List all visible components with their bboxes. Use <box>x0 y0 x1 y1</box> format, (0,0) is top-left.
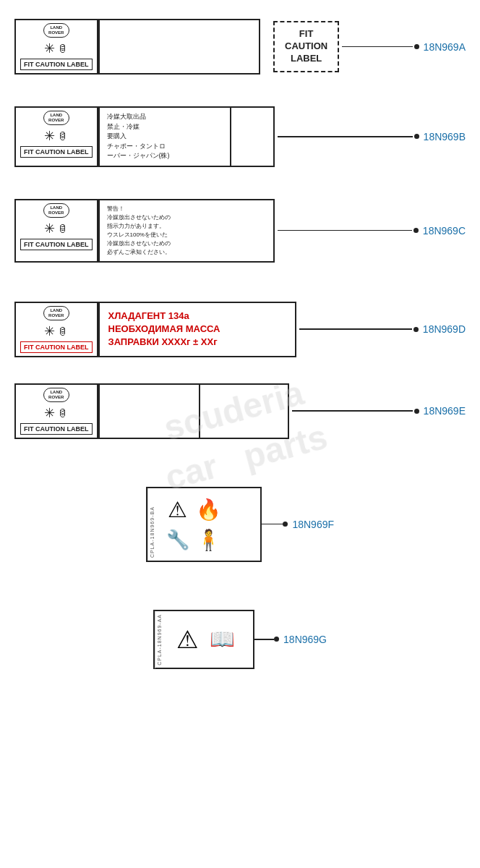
empty-section-b <box>230 108 273 166</box>
part-number-18N969C: 18N969C <box>423 225 466 237</box>
content-empty-a <box>98 20 260 73</box>
page-container: LANDROVER ✳ 🛢 FIT CAUTION LABEL FITCAUTI… <box>0 0 480 689</box>
oilcan-icon-c: 🛢 <box>58 223 68 234</box>
snowflake-icon-e: ✳ <box>44 405 55 421</box>
warning-icon-f: ⚠ <box>165 497 190 522</box>
lr-logo-section-d: LANDROVER ✳ 🛢 FIT CAUTION LABEL <box>16 303 98 356</box>
oilcan-icon-b: 🛢 <box>58 130 68 142</box>
fit-caution-d-red: FIT CAUTION LABEL <box>20 341 93 353</box>
label-18N969G: CPLA-18N969-AA ⚠ 📖 <box>153 610 254 670</box>
cpla-text-f: CPLA-18N969-BA <box>147 488 156 561</box>
content-empty-e1 <box>98 385 199 438</box>
content-russian: ХЛАДАГЕНТ 134аНЕОБХОДИМАЯ МАССАЗАПРАВКИ … <box>98 303 296 356</box>
part-number-18N969B: 18N969B <box>424 131 466 142</box>
arrow-line-b <box>278 136 413 137</box>
arrow-line-f <box>262 524 283 525</box>
land-rover-logo: LANDROVER <box>43 23 69 38</box>
arrow-dot-g <box>274 637 279 642</box>
arrow-line-g <box>254 639 274 640</box>
land-rover-logo-e: LANDROVER <box>43 388 69 402</box>
lr-logo-section-c: LANDROVER ✳ 🛢 FIT CAUTION LABEL <box>16 200 98 261</box>
arrow-section-d: 18N969D <box>299 323 466 335</box>
russian-text-d: ХЛАДАГЕНТ 134аНЕОБХОДИМАЯ МАССАЗАПРАВКИ … <box>106 307 290 352</box>
lr-logo-section: LANDROVER ✳ 🛢 FIT CAUTION LABEL <box>16 20 98 73</box>
label-row-18N969A: LANDROVER ✳ 🛢 FIT CAUTION LABEL FITCAUTI… <box>0 13 480 80</box>
arrow-section-f: 18N969F <box>262 519 334 530</box>
content-japanese2: 警告！冷媒放出させないための指示力力があります。ウスレス100%を使いた冷媒放出… <box>98 200 274 261</box>
label-18N969B: LANDROVER ✳ 🛢 FIT CAUTION LABEL 冷媒大取出品禁止… <box>14 106 275 167</box>
label-row-18N969C: LANDROVER ✳ 🛢 FIT CAUTION LABEL 警告！冷媒放出さ… <box>0 193 480 268</box>
book-icon-g: 📖 <box>210 627 235 651</box>
content-empty-e2 <box>200 385 288 438</box>
oilcan-icon: 🛢 <box>58 43 68 54</box>
cpla-text-g: CPLA-18N969-AA <box>155 611 163 668</box>
fit-caution-e: FIT CAUTION LABEL <box>20 423 93 435</box>
snowflake-icon-c: ✳ <box>44 221 55 237</box>
content-japanese1: 冷媒大取出品禁止・冷媒要購入チャポー・タントローバー・ジャパン(株) <box>98 108 231 166</box>
snowflake-icon: ✳ <box>44 41 55 56</box>
label-row-18N969E: LANDROVER ✳ 🛢 FIT CAUTION LABEL 18N969E <box>0 378 480 445</box>
lr-logo-section-e: LANDROVER ✳ 🛢 FIT CAUTION LABEL <box>16 385 98 438</box>
oilcan-icon-d: 🛢 <box>58 326 68 337</box>
land-rover-logo-b: LANDROVER <box>43 111 69 125</box>
label-f-wrapper: CPLA-18N969-BA ⚠ 🔥 🔧 🧍 18N969F <box>146 487 334 562</box>
fire-icon-f: 🔥 <box>196 497 221 522</box>
person-icon-f: 🧍 <box>196 528 221 552</box>
safety-icons-grid-f: ⚠ 🔥 🔧 🧍 <box>156 488 230 561</box>
dashed-box-a: FITCAUTIONLABEL <box>273 21 339 72</box>
safety-icons-row-g: ⚠ 📖 <box>163 611 248 668</box>
japanese-text-c: 警告！冷媒放出させないための指示力力があります。ウスレス100%を使いた冷媒放出… <box>107 205 267 257</box>
arrow-dot-e <box>414 409 419 414</box>
arrow-dot <box>414 44 419 49</box>
fit-caution-dashed: FITCAUTIONLABEL <box>273 21 339 72</box>
label-18N969F: CPLA-18N969-BA ⚠ 🔥 🔧 🧍 <box>146 487 262 562</box>
arrow-line-d <box>299 328 412 330</box>
label-g-wrapper: CPLA-18N969-AA ⚠ 📖 18N969G <box>153 610 327 670</box>
snowflake-icon-d: ✳ <box>44 323 55 339</box>
icons-row: ✳ 🛢 <box>44 41 68 56</box>
arrow-dot-c <box>413 228 419 233</box>
arrow-line-c <box>278 230 412 231</box>
fit-caution-label: FIT CAUTION LABEL <box>20 59 93 70</box>
label-row-18N969D: LANDROVER ✳ 🛢 FIT CAUTION LABEL ХЛАДАГЕН… <box>0 296 480 363</box>
arrow-line <box>342 46 412 48</box>
land-rover-logo-d: LANDROVER <box>43 306 69 320</box>
arrow-section-b: 18N969B <box>278 131 466 142</box>
label-row-18N969F: CPLA-18N969-BA ⚠ 🔥 🔧 🧍 18N969F <box>0 481 480 568</box>
label-row-18N969B: LANDROVER ✳ 🛢 FIT CAUTION LABEL 冷媒大取出品禁止… <box>0 101 480 173</box>
part-number-18N969F: 18N969F <box>292 519 334 530</box>
warning-icon-g: ⚠ <box>176 625 198 654</box>
land-rover-logo-c: LANDROVER <box>43 203 69 218</box>
lr-logo-section-b: LANDROVER ✳ 🛢 FIT CAUTION LABEL <box>16 108 98 166</box>
part-number-18N969G: 18N969G <box>283 634 327 645</box>
fit-caution-c: FIT CAUTION LABEL <box>20 239 93 250</box>
arrow-section-g: 18N969G <box>254 634 327 645</box>
arrow-section-e: 18N969E <box>292 405 466 417</box>
tools-icon-f: 🔧 <box>165 528 190 552</box>
part-number-18N969D: 18N969D <box>423 323 466 335</box>
icons-row-d: ✳ 🛢 <box>44 323 68 339</box>
arrow-dot-f <box>283 522 288 527</box>
oilcan-icon-e: 🛢 <box>58 407 68 419</box>
part-number-18N969E: 18N969E <box>424 405 466 417</box>
arrow-section-a: 18N969A <box>342 41 466 53</box>
arrow-dot-b <box>414 134 419 139</box>
arrow-dot-d <box>413 327 419 332</box>
icons-row-c: ✳ 🛢 <box>44 221 68 237</box>
label-row-18N969G: CPLA-18N969-AA ⚠ 📖 18N969G <box>0 604 480 676</box>
icons-row-e: ✳ 🛢 <box>44 405 68 421</box>
arrow-line-e <box>292 410 413 412</box>
arrow-section-c: 18N969C <box>278 225 466 237</box>
fit-caution-b: FIT CAUTION LABEL <box>20 146 93 158</box>
japanese-text-b: 冷媒大取出品禁止・冷媒要購入チャポー・タントローバー・ジャパン(株) <box>107 112 223 161</box>
label-18N969E: LANDROVER ✳ 🛢 FIT CAUTION LABEL <box>14 383 289 439</box>
label-18N969C: LANDROVER ✳ 🛢 FIT CAUTION LABEL 警告！冷媒放出さ… <box>14 199 275 263</box>
label-18N969D: LANDROVER ✳ 🛢 FIT CAUTION LABEL ХЛАДАГЕН… <box>14 302 296 357</box>
snowflake-icon-b: ✳ <box>44 128 55 144</box>
icons-row-b: ✳ 🛢 <box>44 128 68 144</box>
part-number-18N969A: 18N969A <box>424 41 466 53</box>
label-18N969A: LANDROVER ✳ 🛢 FIT CAUTION LABEL <box>14 19 260 75</box>
